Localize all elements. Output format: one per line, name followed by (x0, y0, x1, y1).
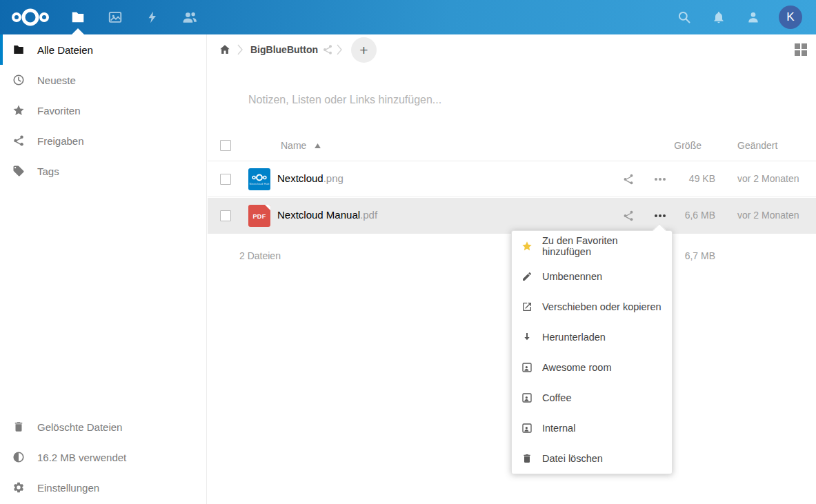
sidebar-item-quota[interactable]: 16.2 MB verwendet (0, 442, 206, 472)
sidebar-item-label: Neueste (37, 74, 76, 86)
app-photos-button[interactable] (97, 0, 134, 34)
menu-item-move-or-copy[interactable]: Verschieben oder kopieren (512, 292, 672, 322)
rename-pencil-icon (521, 271, 533, 282)
sort-ascending-icon (315, 143, 321, 148)
home-icon[interactable] (219, 43, 231, 56)
column-header-size[interactable]: Größe (674, 140, 701, 151)
contacts-icon (181, 10, 198, 25)
sidebar-item-tags[interactable]: Tags (0, 156, 206, 186)
app-contacts-button[interactable] (171, 0, 208, 34)
topbar: K (0, 0, 816, 34)
nextcloud-image-thumbnail: Nextcloud Hub (248, 168, 270, 190)
sidebar-item-shares[interactable]: Freigaben (0, 125, 206, 156)
user-avatar[interactable]: K (779, 6, 802, 29)
new-file-button[interactable]: + (351, 37, 377, 63)
activity-icon (146, 10, 159, 25)
sidebar-item-label: Alle Dateien (37, 44, 93, 56)
file-list-header: Name Größe Geändert (208, 130, 816, 161)
shared-indicator-share-icon[interactable] (322, 44, 333, 55)
file-modified: vor 2 Monaten (737, 210, 799, 221)
sidebar-item-settings[interactable]: Einstellungen (0, 472, 206, 503)
search-button[interactable] (667, 0, 701, 34)
sidebar-item-label: Gelöschte Dateien (37, 421, 122, 433)
menu-item-internal-room[interactable]: Internal (512, 413, 672, 443)
app-activity-button[interactable] (134, 0, 171, 34)
trash-icon (12, 421, 25, 433)
sidebar-item-label: Favoriten (37, 105, 81, 117)
download-icon (521, 332, 533, 343)
folder-icon (12, 43, 25, 56)
share-icon (12, 134, 25, 147)
file-name: Nextcloud.png (277, 172, 344, 184)
share-file-icon[interactable] (622, 210, 635, 222)
file-row-nextcloud-png[interactable]: Nextcloud Hub Nextcloud.png 49 KB vor 2 … (208, 161, 816, 197)
search-icon (677, 10, 691, 24)
row-checkbox[interactable] (220, 174, 231, 185)
contacts-menu-icon (746, 10, 760, 24)
contacts-menu-button[interactable] (736, 0, 770, 34)
menu-item-awesome-room[interactable]: Awesome room (512, 352, 672, 383)
menu-item-coffee-room[interactable]: Coffee (512, 383, 672, 413)
file-size: 49 KB (660, 173, 715, 184)
sidebar-item-favorites[interactable]: Favoriten (0, 95, 206, 125)
menu-item-add-to-favorites[interactable]: Zu den Favoriten hinzufügen (512, 231, 672, 261)
sidebar-item-label: Freigaben (37, 135, 84, 147)
app-files-button[interactable] (59, 0, 97, 34)
column-header-modified[interactable]: Geändert (737, 140, 777, 151)
menu-item-delete-file[interactable]: Datei löschen (512, 443, 672, 474)
sidebar-item-label: 16.2 MB verwendet (37, 452, 126, 463)
room-icon (521, 423, 533, 434)
file-actions-menu: Zu den Favoriten hinzufügen Umbenennen V… (511, 230, 673, 474)
row-checkbox[interactable] (220, 210, 231, 221)
tag-icon (12, 165, 25, 177)
sidebar-item-all-files[interactable]: Alle Dateien (0, 34, 206, 65)
files-folder-icon (70, 10, 86, 25)
notifications-bell-icon (712, 10, 726, 24)
settings-gear-icon (12, 481, 25, 494)
sidebar-item-label: Tags (37, 165, 59, 177)
column-header-name[interactable]: Name (281, 140, 321, 151)
chevron-right-icon (336, 44, 343, 55)
move-or-copy-icon (521, 301, 533, 312)
pdf-file-icon: PDF (248, 205, 270, 227)
topbar-actions (667, 0, 770, 34)
app-navigation (59, 0, 208, 34)
breadcrumb-folder[interactable]: BigBlueButton (250, 44, 318, 55)
share-file-icon[interactable] (622, 173, 635, 185)
clock-icon (12, 74, 25, 86)
notes-input[interactable]: Notizen, Listen oder Links hinzufügen... (248, 94, 662, 110)
chevron-right-icon (237, 44, 243, 55)
sidebar-item-label: Einstellungen (37, 482, 99, 494)
file-modified: vor 2 Monaten (737, 173, 799, 184)
breadcrumb: BigBlueButton + (208, 34, 816, 65)
file-row-nextcloud-manual-pdf[interactable]: PDF Nextcloud Manual.pdf 6,6 MB vor 2 Mo… (208, 198, 816, 234)
file-name: Nextcloud Manual.pdf (277, 209, 377, 221)
menu-item-download[interactable]: Herunterladen (512, 322, 672, 352)
sidebar-item-deleted-files[interactable]: Gelöschte Dateien (0, 412, 206, 442)
photos-icon (108, 10, 123, 25)
sidebar: Alle Dateien Neueste Favoriten Freigaben (0, 34, 207, 504)
room-icon (521, 362, 533, 373)
star-icon (12, 104, 25, 117)
nextcloud-logo-icon[interactable] (11, 8, 50, 26)
file-count: 2 Dateien (239, 250, 281, 261)
delete-trash-icon (521, 453, 533, 464)
room-icon (521, 392, 533, 403)
notifications-button[interactable] (701, 0, 736, 34)
favorite-star-icon (521, 241, 533, 252)
grid-view-icon[interactable] (795, 43, 807, 56)
sidebar-footer: Gelöschte Dateien 16.2 MB verwendet Eins… (0, 412, 206, 504)
menu-item-rename[interactable]: Umbenennen (512, 261, 672, 292)
files-content: BigBlueButton + Notizen, Listen oder Lin… (208, 34, 816, 504)
file-size: 6,6 MB (660, 210, 715, 221)
sidebar-item-recent[interactable]: Neueste (0, 65, 206, 95)
quota-pie-icon (12, 451, 25, 463)
select-all-checkbox[interactable] (220, 140, 231, 151)
